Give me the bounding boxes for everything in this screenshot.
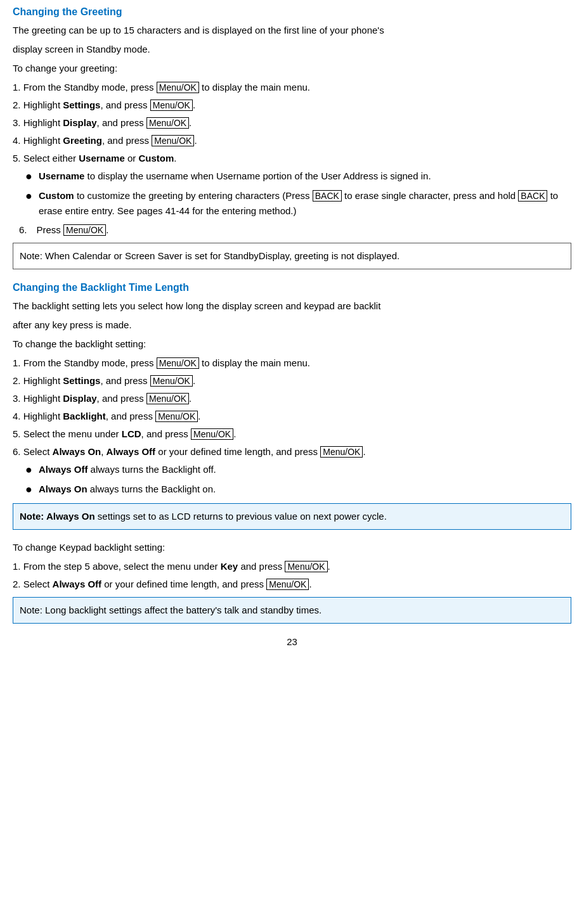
section2-step6: 6. Select Always On, Always Off or your … (13, 444, 571, 459)
section1-step6: 6. Press Menu/OK. (19, 222, 571, 238)
bullet-icon-s2-1: ● (25, 462, 32, 478)
section2-step1: 1. From the Standby mode, press Menu/OK … (13, 356, 571, 371)
section2-step5: 5. Select the menu under LCD, and press … (13, 427, 571, 442)
menuok-kbd-s1-6: Menu/OK (63, 224, 106, 236)
section2-bullet1: ● Always Off always turns the Backlight … (25, 462, 571, 478)
menuok-kbd-s2-1: Menu/OK (157, 357, 199, 369)
section1-title: Changing the Greeting (13, 6, 571, 18)
back-kbd-s1-2: BACK (518, 190, 547, 202)
section1-note-box: Note: When Calendar or Screen Saver is s… (13, 243, 571, 269)
menuok-kbd-ks1: Menu/OK (285, 561, 327, 572)
section1-step2: 2. Highlight Settings, and press Menu/OK… (13, 98, 571, 113)
section1-bullet1: ● Username to display the username when … (25, 169, 571, 184)
section2-note2-box: Note: Long backlight settings affect the… (13, 597, 571, 624)
note-bold-label: Note: (20, 511, 46, 522)
section2-intro1: The backlight setting lets you select ho… (13, 298, 571, 314)
bullet-icon-2: ● (25, 188, 32, 219)
section2-keypad-intro: To change Keypad backlight setting: (13, 540, 571, 555)
section2-step3: 3. Highlight Display, and press Menu/OK. (13, 391, 571, 406)
settings-bold-s1: Settings (63, 99, 100, 110)
menuok-kbd-s2-6: Menu/OK (320, 446, 363, 458)
custom-bold-s1: Custom (138, 153, 174, 164)
section2-intro2: after any key press is made. (13, 318, 571, 333)
alwaysoff-bold-s2-6: Always Off (107, 446, 156, 457)
bullet-icon-1: ● (25, 169, 32, 184)
menuok-kbd-s2-4: Menu/OK (155, 411, 198, 422)
menuok-kbd-s2-2: Menu/OK (150, 375, 193, 387)
username-bold-s1: Username (79, 153, 125, 164)
greeting-bold-s1: Greeting (63, 135, 102, 146)
username-bold-b1: Username (39, 170, 85, 181)
section1-step5: 5. Select either Username or Custom. (13, 151, 571, 166)
display-bold-s2: Display (63, 393, 96, 404)
back-kbd-s1-1: BACK (313, 190, 342, 202)
backlight-bold-s2: Backlight (63, 411, 106, 421)
section1-step4: 4. Highlight Greeting, and press Menu/OK… (13, 133, 571, 148)
section2-step2: 2. Highlight Settings, and press Menu/OK… (13, 373, 571, 388)
section1-intro2: display screen in Standby mode. (13, 42, 571, 57)
alwayson-bold-s2-6: Always On (53, 446, 101, 457)
bullet-icon-s2-2: ● (25, 482, 32, 497)
section2-kstep2: 2. Select Always Off or your defined tim… (13, 577, 571, 592)
menuok-kbd-s1-4: Menu/OK (152, 135, 194, 146)
alwaysoff-bold-ks2: Always Off (53, 579, 102, 589)
custom-bold-b2: Custom (39, 190, 74, 201)
menuok-kbd-s2-3: Menu/OK (146, 393, 189, 404)
key-bold-ks1: Key (221, 561, 238, 572)
lcd-bold-s2: LCD (122, 428, 141, 439)
alwayson-bold-note: Always On (46, 511, 95, 522)
menuok-kbd-s2-5: Menu/OK (191, 428, 233, 440)
section2-intro3: To change the backlight setting: (13, 337, 571, 352)
section2-note-box: Note: Always On settings set to as LCD r… (13, 503, 571, 530)
alwaysoff-bold-b1: Always Off (39, 464, 88, 475)
section2-step4: 4. Highlight Backlight, and press Menu/O… (13, 409, 571, 424)
section1-bullet2: ● Custom to customize the greeting by en… (25, 188, 571, 219)
display-bold-s1: Display (63, 117, 96, 128)
menuok-kbd-s1-3: Menu/OK (146, 117, 189, 129)
menuok-kbd-s1-1: Menu/OK (157, 82, 199, 93)
settings-bold-s2: Settings (63, 375, 100, 386)
section2: Changing the Backlight Time Length The b… (13, 282, 571, 623)
page-number: 23 (13, 636, 571, 647)
section2-kstep1: 1. From the step 5 above, select the men… (13, 559, 571, 574)
section2-bullet2: ● Always On always turns the Backlight o… (25, 482, 571, 497)
section1-step1: 1. From the Standby mode, press Menu/OK … (13, 80, 571, 95)
section1-intro1: The greeting can be up to 15 characters … (13, 23, 571, 38)
section1-intro3: To change your greeting: (13, 61, 571, 76)
menuok-kbd-s1-2: Menu/OK (150, 99, 193, 111)
section2-title: Changing the Backlight Time Length (13, 282, 571, 293)
menuok-kbd-ks2: Menu/OK (266, 579, 309, 590)
section1-step3: 3. Highlight Display, and press Menu/OK. (13, 115, 571, 131)
alwayson-bold-b2: Always On (39, 484, 88, 494)
section1: Changing the Greeting The greeting can b… (13, 6, 571, 269)
